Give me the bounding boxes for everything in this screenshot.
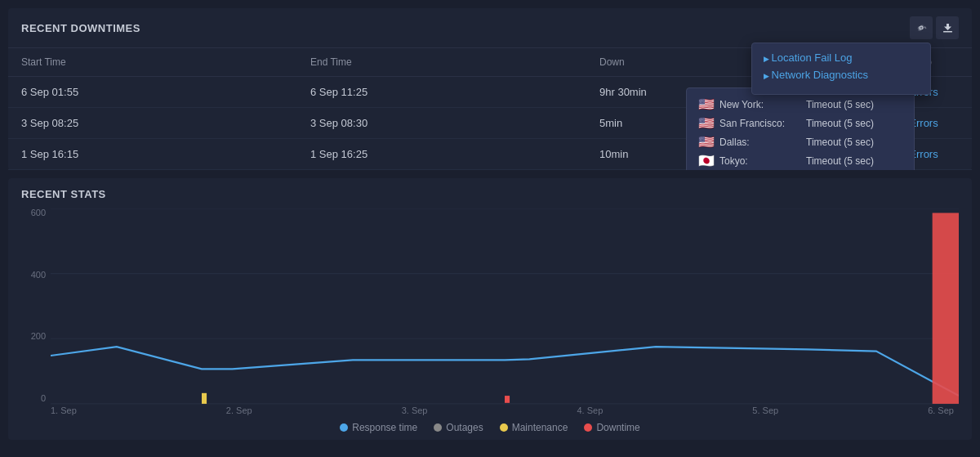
recent-downtimes-section: RECENT DOWNTIMES Location Fail Log Netwo…	[8, 8, 972, 170]
chart-legend: Response time Outages Maintenance Downti…	[21, 422, 959, 433]
city-sf: San Francisco:	[719, 118, 801, 129]
x-label-3sep: 3. Sep	[402, 406, 433, 415]
header-icons: Location Fail Log Network Diagnostics	[910, 16, 959, 39]
main-chart-svg	[51, 208, 959, 405]
x-label-1sep: 1. Sep	[51, 406, 82, 415]
col-end-time: End Time	[297, 48, 586, 77]
start-time-2: 3 Sep 08:25	[8, 108, 297, 139]
status-sf: Timeout (5 sec)	[806, 118, 874, 129]
status-tokyo: Timeout (5 sec)	[806, 155, 874, 167]
flag-sf: 🇺🇸	[698, 115, 715, 131]
settings-icon	[915, 22, 927, 34]
legend-dot-response	[340, 423, 348, 432]
y-axis: 0 200 400 600	[21, 208, 51, 405]
legend-dot-maintenance	[500, 423, 508, 432]
start-time-1: 6 Sep 01:55	[8, 77, 297, 108]
legend-label-response: Response time	[352, 422, 417, 433]
section-header: RECENT DOWNTIMES Location Fail Log Netwo…	[8, 8, 972, 48]
x-label-5sep: 5. Sep	[752, 406, 783, 415]
legend-response-time: Response time	[340, 422, 417, 433]
legend-label-maintenance: Maintenance	[512, 422, 568, 433]
city-newyork: New York:	[719, 99, 801, 110]
legend-outages: Outages	[434, 422, 483, 433]
stats-title: RECENT STATS	[21, 188, 959, 200]
recent-stats-section: RECENT STATS 0 200 400 600	[8, 178, 972, 440]
legend-label-downtime: Downtime	[596, 422, 639, 433]
y-label-200: 200	[21, 332, 51, 341]
diag-row-dallas: 🇺🇸 Dallas: Timeout (5 sec)	[698, 134, 902, 150]
network-diagnostics-link[interactable]: Network Diagnostics	[764, 69, 919, 81]
diag-row-tokyo: 🇯🇵 Tokyo: Timeout (5 sec)	[698, 153, 902, 168]
y-label-600: 600	[21, 208, 51, 217]
download-button[interactable]	[936, 16, 959, 39]
dropdown-menu: Location Fail Log Network Diagnostics	[751, 43, 931, 95]
legend-dot-downtime	[584, 423, 592, 432]
legend-downtime: Downtime	[584, 422, 639, 433]
flag-tokyo: 🇯🇵	[698, 153, 715, 168]
status-newyork: Timeout (5 sec)	[806, 99, 874, 110]
x-label-6sep: 6. Sep	[928, 406, 959, 415]
city-dallas: Dallas:	[719, 137, 801, 148]
y-label-0: 0	[21, 394, 51, 403]
col-start-time: Start Time	[8, 48, 297, 77]
maintenance-bar-1	[202, 393, 207, 404]
start-time-3: 1 Sep 16:15	[8, 139, 297, 170]
downtime-bar-6sep	[933, 213, 959, 403]
diag-row-newyork: 🇺🇸 New York: Timeout (5 sec)	[698, 96, 902, 112]
legend-dot-outages	[434, 423, 442, 432]
settings-button[interactable]	[910, 16, 933, 39]
download-icon	[942, 23, 953, 34]
legend-label-outages: Outages	[446, 422, 483, 433]
end-time-1: 6 Sep 11:25	[297, 77, 586, 108]
network-diagnostics-panel: 🇺🇸 New York: Timeout (5 sec) 🇺🇸 San Fran…	[686, 87, 915, 170]
flag-dallas: 🇺🇸	[698, 134, 715, 150]
status-dallas: Timeout (5 sec)	[806, 137, 874, 148]
svg-rect-0	[943, 31, 952, 33]
end-time-3: 1 Sep 16:25	[297, 139, 586, 170]
col-down: Down	[586, 48, 779, 77]
diag-row-sf: 🇺🇸 San Francisco: Timeout (5 sec)	[698, 115, 902, 131]
legend-maintenance: Maintenance	[500, 422, 568, 433]
chart-svg-area	[51, 208, 959, 405]
chart-container: 0 200 400 600	[21, 208, 959, 405]
y-label-400: 400	[21, 271, 51, 280]
x-axis: 1. Sep 2. Sep 3. Sep 4. Sep 5. Sep 6. Se…	[51, 406, 959, 415]
city-tokyo: Tokyo:	[719, 155, 801, 167]
response-time-line	[51, 347, 959, 396]
location-fail-log-link[interactable]: Location Fail Log	[764, 52, 919, 64]
x-label-4sep: 4. Sep	[577, 406, 608, 415]
flag-newyork: 🇺🇸	[698, 96, 715, 112]
end-time-2: 3 Sep 08:30	[297, 108, 586, 139]
x-label-2sep: 2. Sep	[226, 406, 257, 415]
section-title: RECENT DOWNTIMES	[21, 22, 140, 34]
downtime-bar-3sep	[505, 396, 510, 403]
